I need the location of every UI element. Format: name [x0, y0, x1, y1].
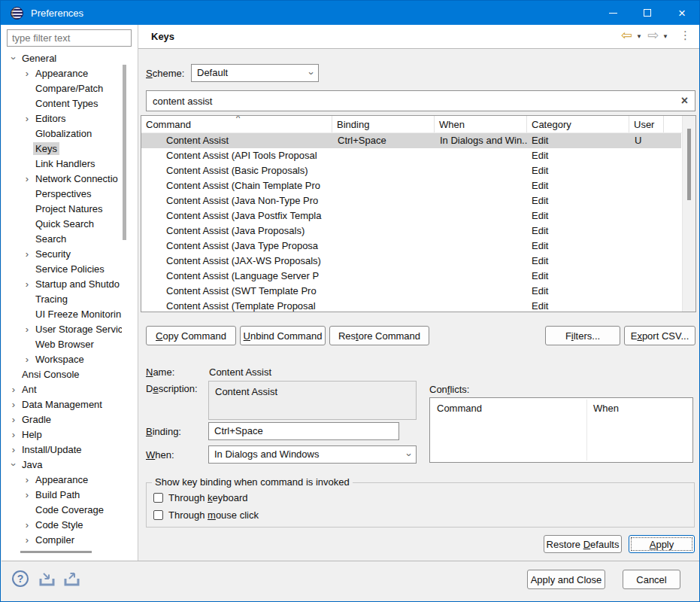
restore-defaults-button[interactable]: Restore Defaults [544, 535, 622, 553]
checkbox-through-keyboard[interactable] [153, 493, 163, 503]
apply-button[interactable]: Apply [629, 535, 695, 553]
sidebar-item[interactable]: UI Freeze Monitorin [2, 306, 122, 321]
sidebar-item[interactable]: ›Help [2, 427, 122, 442]
keyword-search-input[interactable]: content assist × [146, 90, 695, 111]
overflow-menu-icon[interactable]: ⋮ [680, 29, 691, 42]
conflicts-column-when[interactable]: When [586, 398, 692, 416]
sidebar-item[interactable]: ›Gradle [2, 412, 122, 427]
sidebar-item[interactable]: ›Appearance [2, 65, 122, 81]
expander-icon[interactable]: › [21, 519, 33, 531]
forward-icon[interactable]: ⇨ [647, 29, 659, 42]
expander-icon[interactable]: › [21, 113, 33, 124]
expander-icon[interactable]: › [21, 278, 33, 290]
apply-and-close-button[interactable]: Apply and Close [527, 570, 605, 589]
table-scrollbar-thumb[interactable] [687, 129, 691, 200]
minimize-button[interactable] [595, 1, 630, 25]
maximize-button[interactable] [630, 1, 665, 25]
sidebar-item[interactable]: Compare/Patch [2, 81, 122, 96]
table-row[interactable]: Content Assist (Java Type ProposaEdit [141, 239, 681, 254]
table-row[interactable]: Content Assist (API Tools ProposalEdit [141, 148, 681, 163]
table-row[interactable]: Content Assist (Java Non-Type ProEdit [141, 193, 681, 208]
sidebar-item[interactable]: Quick Search [2, 216, 122, 231]
column-header-binding[interactable]: Binding [332, 116, 435, 132]
column-header-category[interactable]: Category [527, 116, 629, 132]
sidebar-item[interactable]: Project Natures [2, 201, 122, 216]
checkbox-through-mouse[interactable] [153, 510, 163, 520]
expander-icon[interactable]: › [8, 458, 20, 470]
expander-icon[interactable]: › [21, 489, 33, 500]
table-row[interactable]: Content Assist (SWT Template ProEdit [141, 284, 681, 299]
help-button[interactable]: ? [12, 570, 29, 587]
table-row[interactable]: Content Assist (Template ProposalEdit [141, 299, 681, 312]
sidebar-item[interactable]: ›Network Connectio [2, 171, 122, 186]
sidebar-item[interactable]: Content Types [2, 96, 122, 111]
expander-icon[interactable]: › [8, 52, 20, 64]
sidebar-item[interactable]: ›Ant [2, 382, 122, 397]
expander-icon[interactable]: › [21, 474, 33, 485]
sidebar-item[interactable]: ›Security [2, 246, 122, 261]
restore-command-button[interactable]: Restore Command [329, 326, 429, 345]
expander-icon[interactable]: › [21, 534, 33, 546]
cancel-button[interactable]: Cancel [623, 570, 680, 589]
table-vertical-scrollbar[interactable] [682, 116, 695, 312]
sidebar-item[interactable]: Service Policies [2, 261, 122, 276]
clear-search-icon[interactable]: × [681, 95, 688, 107]
sidebar-item[interactable]: ›User Storage Servic [2, 321, 122, 336]
export-preferences-icon[interactable] [63, 572, 82, 587]
expander-icon[interactable]: › [8, 429, 20, 440]
expander-icon[interactable]: › [21, 173, 33, 184]
sidebar-item[interactable]: ›Data Management [2, 397, 122, 412]
sidebar-item[interactable]: Ansi Console [2, 366, 122, 382]
table-row[interactable]: Content Assist (Language Server PEdit [141, 269, 681, 284]
expander-icon[interactable]: › [8, 444, 20, 455]
sidebar-item[interactable]: ›Code Style [2, 517, 122, 532]
close-button[interactable]: × [665, 1, 699, 25]
column-header-user[interactable]: User [629, 116, 664, 132]
expander-icon[interactable]: › [21, 324, 33, 335]
sidebar-item[interactable]: ›Workspace [2, 351, 122, 366]
table-row[interactable]: Content Assist (Java Proposals)Edit [141, 223, 681, 239]
scheme-select[interactable]: Default › [191, 64, 319, 82]
column-header-when[interactable]: When [435, 116, 527, 132]
expander-icon[interactable]: › [8, 414, 20, 425]
sidebar-item[interactable]: Keys [2, 141, 122, 156]
table-row[interactable]: Content Assist (JAX-WS Proposals)Edit [141, 254, 681, 269]
unbind-command-button[interactable]: Unbind Command [240, 326, 326, 345]
back-dropdown-icon[interactable]: ▼ [636, 33, 642, 40]
sidebar-item[interactable]: Globalization [2, 126, 122, 141]
sidebar-item[interactable]: ›Compiler [2, 532, 122, 547]
table-row[interactable]: Content AssistCtrl+SpaceIn Dialogs and W… [141, 133, 681, 148]
expander-icon[interactable]: › [8, 399, 20, 410]
table-row[interactable]: Content Assist (Basic Proposals)Edit [141, 163, 681, 178]
conflicts-column-command[interactable]: Command [430, 398, 586, 416]
sidebar-item[interactable]: ›Appearance [2, 472, 122, 487]
table-row[interactable]: Content Assist (Java Postfix TemplaEdit [141, 208, 681, 223]
sidebar-item[interactable]: ›Install/Update [2, 442, 122, 457]
sidebar-item[interactable]: Link Handlers [2, 156, 122, 171]
expander-icon[interactable]: › [21, 68, 33, 79]
sidebar-item[interactable]: Search [2, 231, 122, 246]
when-select[interactable]: In Dialogs and Windows › [208, 445, 417, 464]
tree-vertical-scrollbar[interactable] [123, 65, 126, 240]
expander-icon[interactable]: › [21, 248, 33, 260]
forward-dropdown-icon[interactable]: ▼ [662, 33, 668, 40]
sidebar-item[interactable]: ›General [2, 50, 122, 65]
tree-filter-input[interactable] [7, 29, 132, 47]
sidebar-item[interactable]: Perspectives [2, 186, 122, 201]
copy-command-button[interactable]: Copy Command [146, 326, 236, 345]
expander-icon[interactable]: › [21, 354, 33, 365]
import-preferences-icon[interactable] [38, 572, 57, 587]
sidebar-item[interactable]: Code Coverage [2, 502, 122, 517]
tree-horizontal-scrollbar[interactable] [20, 551, 92, 553]
export-csv-button[interactable]: Export CSV... [624, 326, 695, 345]
expander-icon[interactable]: › [8, 384, 20, 395]
sidebar-item[interactable]: ›Editors [2, 111, 122, 126]
sidebar-item[interactable]: Tracing [2, 291, 122, 306]
sidebar-item[interactable]: ›Build Path [2, 487, 122, 502]
sidebar-item[interactable]: Web Browser [2, 336, 122, 351]
table-row[interactable]: Content Assist (Chain Template ProEdit [141, 178, 681, 193]
sidebar-item[interactable]: ›Java [2, 457, 122, 472]
back-icon[interactable]: ⇦ [621, 29, 632, 42]
filters-button[interactable]: Filters... [545, 326, 620, 345]
sidebar-item[interactable]: ›Startup and Shutdo [2, 276, 122, 291]
